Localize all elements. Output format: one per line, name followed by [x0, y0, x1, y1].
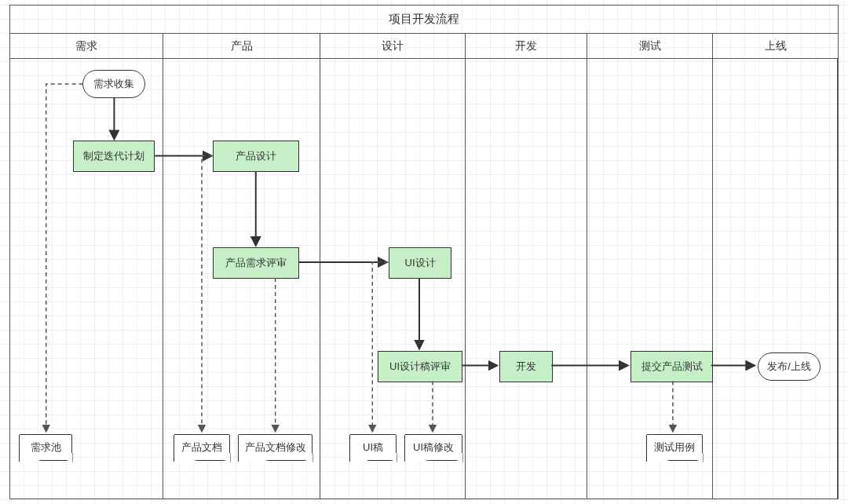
- node-ui-review[interactable]: UI设计稿评审: [378, 351, 462, 382]
- lanes-body: 需求收集 制定迭代计划 产品设计 产品需求评审 UI设计 UI设计稿评审 开发 …: [10, 59, 838, 499]
- doc-prod-doc-mod[interactable]: 产品文档修改: [238, 434, 313, 461]
- node-dev[interactable]: 开发: [499, 351, 553, 382]
- lane-header-test: 测试: [587, 34, 713, 58]
- doc-ui-draft-mod[interactable]: UI稿修改: [404, 434, 462, 461]
- doc-test-case[interactable]: 测试用例: [646, 434, 703, 461]
- node-prod-design[interactable]: 产品设计: [213, 141, 299, 172]
- lane-header-design: 设计: [320, 34, 466, 58]
- doc-req-pool[interactable]: 需求池: [19, 434, 72, 461]
- lane-header-online: 上线: [713, 34, 838, 58]
- node-release[interactable]: 发布/上线: [758, 352, 821, 381]
- diagram-title: 项目开发流程: [10, 5, 838, 34]
- node-prod-review[interactable]: 产品需求评审: [213, 247, 299, 279]
- doc-prod-doc[interactable]: 产品文档: [174, 434, 230, 461]
- edges: [10, 59, 838, 499]
- lane-header-dev: 开发: [466, 34, 587, 58]
- lanes-header: 需求 产品 设计 开发 测试 上线: [10, 34, 838, 59]
- doc-ui-draft[interactable]: UI稿: [349, 434, 397, 461]
- node-ui-design[interactable]: UI设计: [389, 247, 451, 279]
- node-collect[interactable]: 需求收集: [82, 70, 145, 98]
- lane-header-req: 需求: [10, 34, 163, 58]
- node-submit-test[interactable]: 提交产品测试: [631, 351, 713, 382]
- swimlane-container: 项目开发流程 需求 产品 设计 开发 测试 上线 需求收集 制定迭代计划 产品设…: [9, 5, 839, 499]
- node-iter-plan[interactable]: 制定迭代计划: [73, 141, 155, 172]
- lane-header-prod: 产品: [163, 34, 320, 58]
